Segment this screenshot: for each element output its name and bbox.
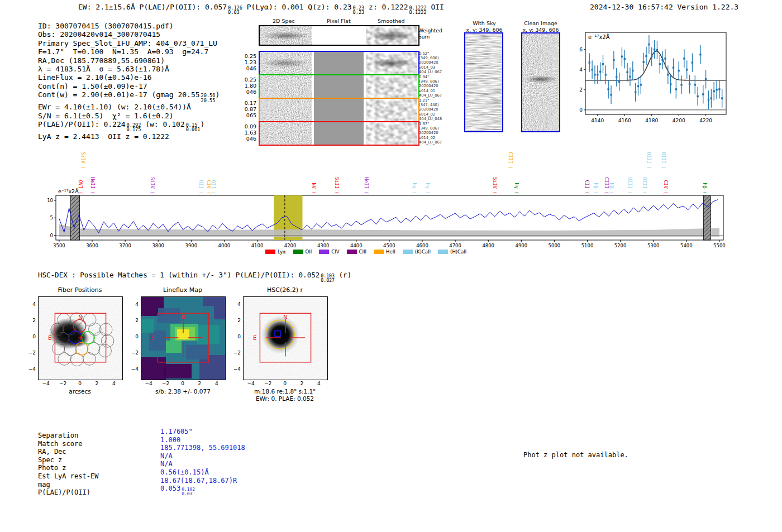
- cutout-y-tick: 2: [130, 318, 139, 323]
- spec2d-row: [259, 121, 419, 146]
- info-line: RA,Dec (185.770889,55.690861): [38, 56, 220, 65]
- cutout-y-tick: 4: [27, 301, 36, 307]
- spec2d-row-right-labels: 1.21"(347, 440)20200420v014_02404_LU_048: [419, 98, 442, 121]
- info-line: P(LAE)/P(OII): 0.2240.2920.175 (w: 0.102…: [38, 120, 220, 132]
- hsc-matches-header: HSC-DEX : Possible Matches = 1 (within +…: [38, 271, 351, 282]
- svg-text:4200: 4200: [284, 243, 297, 248]
- weighted-pixelflat-image: [314, 26, 364, 45]
- cutout-y-tick: −4: [27, 366, 36, 372]
- match-row-value: 185.771398, 55.691018: [160, 444, 245, 452]
- lineflux-caption: s/b: 2.38 +/- 0.077: [134, 388, 232, 395]
- cutout-y-tick: 0: [232, 334, 241, 339]
- match-row-label: P(LAE)/P(OII): [38, 488, 98, 497]
- fiber-positions-title: Fiber Positions: [38, 286, 122, 294]
- spec2d-cell-smooth: [366, 52, 417, 74]
- spec2d-row: [259, 98, 419, 122]
- match-row-value: 18.67(18.67,18.67)R: [160, 477, 245, 485]
- info-line: ID: 3007070415 (3007070415.pdf): [38, 22, 220, 30]
- report-datetime-version: 2024-12-30 16:57:42 Version 1.22.3: [590, 3, 738, 11]
- spec2d-cell-flat: [314, 52, 364, 74]
- info-line: F=1.7" T=0.100 N=1.35 A=0.93 g=24.7: [38, 47, 220, 56]
- spectrum-line-label: SiIV (: [80, 151, 85, 169]
- spec2d-cell-fine: [260, 52, 312, 74]
- info-line: EWr = 4.10(±1.10) (w: 2.10(±0.54))Å: [38, 103, 220, 111]
- cutout-y-tick: 4: [232, 301, 241, 307]
- legend-swatch: [374, 250, 384, 254]
- svg-text:3800: 3800: [152, 243, 164, 248]
- svg-text:4500: 4500: [383, 243, 395, 248]
- svg-text:4100: 4100: [251, 243, 264, 248]
- svg-text:E: E: [48, 335, 51, 341]
- svg-text:2: 2: [579, 87, 583, 93]
- spectrum-line-label: OIII (: [646, 151, 651, 169]
- legend-swatch: [293, 250, 303, 254]
- info-line: λ = 4183.51Å σ = 5.63(±1.78)Å: [38, 65, 220, 73]
- svg-text:4200: 4200: [673, 118, 685, 123]
- info-line: Cont(w) = 2.90(±0.01)e-17 (gmag 20.5520.…: [38, 90, 220, 103]
- match-row-label: mag: [38, 481, 98, 489]
- svg-text:4: 4: [579, 67, 583, 73]
- spec2d-cell-flat: [314, 122, 364, 145]
- spec2d-row-right-labels: 0.94"(349, 606)20200420v014_01404_LU_067: [419, 75, 442, 98]
- cleanimage-image: [521, 32, 560, 132]
- spec2d-cell-smooth: [366, 75, 417, 98]
- cutout-y-tick: 2: [232, 318, 241, 323]
- svg-text:0: 0: [50, 233, 53, 238]
- spectrum-legend: LyαOIICIVCIIIHeII(K)CaII(H)CaII: [265, 249, 466, 255]
- lineflux-map-title: Lineflux Map: [141, 286, 225, 294]
- hsc-caption-1: m:18.6 re:1.8" s:1.1": [235, 388, 335, 395]
- col-title-2dspec: 2D Spec: [273, 18, 295, 24]
- svg-text:4220: 4220: [699, 118, 712, 123]
- svg-text:0: 0: [579, 107, 583, 113]
- info-line: LyA z = 2.4413 OII z = 0.1222: [38, 132, 220, 141]
- report-datetime: 2024-12-30 16:57:42: [590, 3, 673, 11]
- full-spectrum-plot: 0510350036003700380039004000410042004300…: [45, 184, 737, 249]
- cutout-x-tick: −2: [160, 381, 171, 386]
- spec2d-row-right-labels: 0.52"(349, 606)20200420v014_03404_LU_067: [419, 51, 442, 74]
- info-line: LineFlux = 2.10(±0.54)e-16: [38, 73, 220, 82]
- legend-swatch: [319, 250, 329, 254]
- legend-item: HeII: [374, 249, 395, 255]
- match-row-value: N/A: [160, 460, 245, 468]
- svg-text:4180: 4180: [645, 118, 658, 123]
- legend-item: (K)CaII: [403, 249, 431, 255]
- summary-header-line: EW: 2.1±15.6Å P(LAE)/P(OII): 0.0570.1260…: [78, 3, 444, 15]
- weighted-smoothed-image: [366, 26, 417, 45]
- cleanimage-header: Clean Imagex, y: 349, 606: [515, 20, 566, 33]
- fiber-positions-cutout: NE: [38, 296, 123, 380]
- svg-text:4300: 4300: [317, 243, 330, 248]
- legend-item: CIV: [319, 249, 339, 255]
- cutout-x-tick: −4: [245, 381, 256, 386]
- svg-text:4400: 4400: [350, 243, 363, 248]
- svg-text:5100: 5100: [581, 243, 594, 248]
- svg-text:4160: 4160: [618, 118, 631, 123]
- svg-text:3500: 3500: [53, 243, 65, 248]
- cutout-y-tick: −4: [130, 366, 139, 372]
- elixer-report-page: { "header": { "left_segments": [ {"text"…: [0, 0, 782, 532]
- legend-swatch: [403, 250, 413, 254]
- hsc-cutout-title: HSC(26.2) r: [243, 286, 327, 294]
- withsky-image: [464, 32, 503, 132]
- svg-text:6: 6: [579, 47, 583, 52]
- cutout-y-tick: 4: [130, 301, 139, 307]
- cutout-x-tick: 0: [177, 381, 188, 386]
- cutout-y-tick: −2: [130, 350, 139, 356]
- spec2d-row-right-labels: 1.37"(349, 606)20200420v014_02404_LU_067: [419, 122, 442, 145]
- cutout-y-tick: −2: [27, 350, 36, 356]
- svg-text:4900: 4900: [515, 243, 527, 248]
- cutout-x-tick: 2: [91, 381, 102, 386]
- cutout-y-tick: 0: [130, 334, 139, 339]
- col-title-smoothed: Smoothed: [378, 18, 405, 24]
- svg-text:4800: 4800: [482, 243, 494, 248]
- info-line: S/N = 6.1(±0.5) χ² = 1.6(±0.2): [38, 112, 220, 120]
- match-row-label: RA, Dec: [38, 448, 98, 456]
- report-version: Version 1.22.3: [678, 3, 739, 11]
- spec2d-cell-flat: [314, 99, 364, 121]
- info-line: Primary Spec_Slot_IFU_AMP: 404_073_071_L…: [38, 39, 220, 47]
- match-table-labels: SeparationMatch scoreRA, DecSpec zPhoto …: [38, 432, 98, 497]
- match-row-value: 1.000: [160, 436, 245, 444]
- lineflux-map-cutout: NE: [141, 296, 226, 380]
- legend-swatch: [347, 250, 357, 254]
- svg-text:5500: 5500: [713, 243, 726, 248]
- svg-text:e⁻¹⁷x2Å: e⁻¹⁷x2Å: [588, 33, 610, 40]
